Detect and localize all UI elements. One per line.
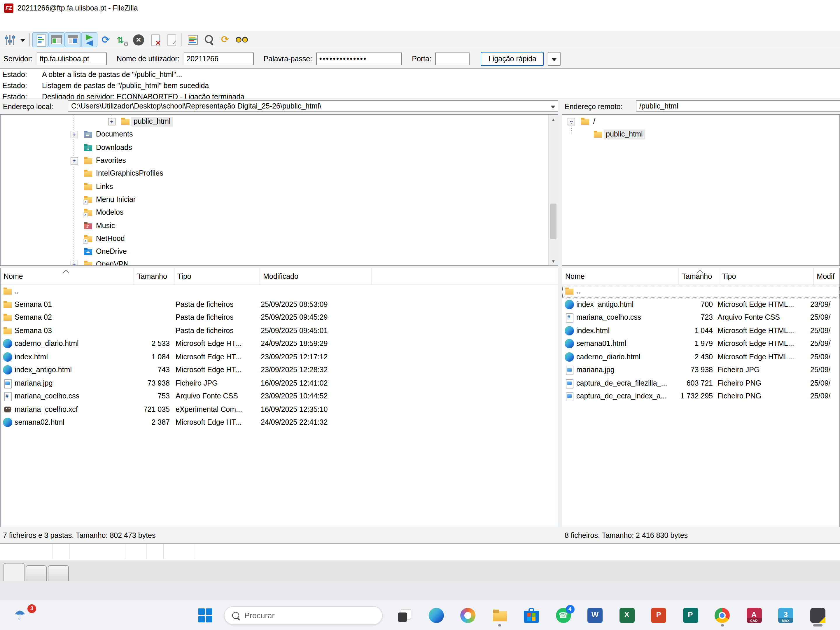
file-row[interactable]: .. bbox=[562, 285, 839, 298]
message-log[interactable]: Estado: A obter a lista de pastas de "/p… bbox=[0, 68, 840, 99]
taskbar-app-icon[interactable]: 3 MAX bbox=[778, 608, 793, 623]
column-header-nome[interactable]: Nome bbox=[1, 268, 134, 284]
remote-file-list[interactable]: Nome Tamanho Tipo Modif .. index_antigo.… bbox=[562, 268, 840, 527]
tree-item[interactable]: + OpenVPN bbox=[1, 258, 558, 266]
tree-item[interactable]: OneDrive bbox=[1, 245, 558, 258]
file-row[interactable]: mariana.jpg 73 938 Ficheiro JPG 16/09/20… bbox=[1, 377, 558, 390]
tree-item[interactable]: + Documents bbox=[1, 128, 558, 141]
start-button[interactable] bbox=[198, 608, 212, 622]
menu-item[interactable] bbox=[0, 16, 13, 31]
queue-tab[interactable] bbox=[3, 563, 25, 581]
scroll-up-icon[interactable]: ▲ bbox=[549, 115, 558, 124]
file-row[interactable]: captura_de_ecra_index_a... 1 732 295 Fic… bbox=[562, 390, 839, 403]
toolbar-button[interactable] bbox=[81, 32, 98, 47]
port-input[interactable] bbox=[436, 52, 470, 65]
taskbar-app-icon[interactable]: W bbox=[587, 608, 603, 623]
tree-expander[interactable]: + bbox=[70, 261, 78, 266]
queue-column-header[interactable] bbox=[164, 544, 194, 559]
tree-item[interactable]: + Favorites bbox=[1, 154, 558, 167]
menu-item[interactable] bbox=[13, 16, 26, 31]
taskbar-app-icon[interactable] bbox=[715, 608, 730, 623]
queue-column-header[interactable] bbox=[52, 544, 70, 559]
taskbar-search[interactable]: Procurar bbox=[224, 606, 383, 625]
column-header-tipo[interactable]: Tipo bbox=[719, 268, 814, 284]
local-file-list[interactable]: Nome Tamanho Tipo Modificado .. Semana 0… bbox=[0, 268, 558, 527]
tree-expander[interactable]: + bbox=[70, 131, 78, 138]
taskbar-app-icon[interactable]: P bbox=[651, 608, 666, 623]
vertical-splitter[interactable] bbox=[558, 114, 562, 543]
menu-item[interactable] bbox=[51, 16, 64, 31]
file-row[interactable]: mariana.jpg 73 938 Ficheiro JPG 25/09/ bbox=[562, 363, 839, 377]
remote-directory-tree[interactable]: − / public_html bbox=[562, 114, 840, 266]
column-header-tipo[interactable]: Tipo bbox=[174, 268, 260, 284]
file-row[interactable]: index.html 1 044 Microsoft Edge HTML... … bbox=[562, 324, 839, 337]
column-header-modif[interactable]: Modif bbox=[814, 268, 839, 284]
queue-tab[interactable] bbox=[48, 565, 69, 581]
column-header-modificado[interactable]: Modificado bbox=[260, 268, 372, 284]
password-input[interactable]: ●●●●●●●●●●●●●● bbox=[316, 52, 402, 65]
file-row[interactable]: Semana 03 Pasta de ficheiros 25/09/2025 … bbox=[1, 324, 558, 337]
file-row[interactable]: index.html 1 084 Microsoft Edge HT... 23… bbox=[1, 350, 558, 363]
local-address-dropdown-icon[interactable] bbox=[551, 106, 555, 109]
file-row[interactable]: caderno_diario.html 2 430 Microsoft Edge… bbox=[562, 350, 839, 363]
queue-tab[interactable] bbox=[26, 565, 47, 581]
server-input[interactable]: ftp.fa.ulisboa.pt bbox=[37, 52, 107, 65]
file-row[interactable]: captura_de_ecra_filezilla_... 603 721 Fi… bbox=[562, 377, 839, 390]
toolbar-button[interactable] bbox=[217, 32, 233, 47]
file-row[interactable]: mariana_coelho.css 753 Arquivo Fonte CSS… bbox=[1, 390, 558, 403]
file-row[interactable]: semana01.html 1 979 Microsoft Edge HTML.… bbox=[562, 337, 839, 350]
taskbar-app-icon[interactable] bbox=[428, 608, 444, 623]
queue-column-header[interactable] bbox=[70, 544, 125, 559]
toolbar-button[interactable] bbox=[184, 32, 201, 47]
toolbar-button[interactable] bbox=[48, 32, 65, 47]
file-row[interactable]: caderno_diario.html 2 533 Microsoft Edge… bbox=[1, 337, 558, 350]
file-row[interactable]: Semana 01 Pasta de ficheiros 25/09/2025 … bbox=[1, 298, 558, 311]
column-header-tamanho[interactable]: Tamanho bbox=[679, 268, 719, 284]
tree-item[interactable]: Downloads bbox=[1, 141, 558, 154]
toolbar-button[interactable] bbox=[147, 32, 163, 47]
menu-item[interactable] bbox=[38, 16, 51, 31]
column-header-nome[interactable]: Nome bbox=[562, 268, 679, 284]
task-view-button[interactable] bbox=[397, 608, 412, 623]
tree-item[interactable]: public_html bbox=[562, 128, 839, 141]
tree-item[interactable]: − / bbox=[562, 115, 839, 128]
quickconnect-button[interactable]: Ligação rápida bbox=[481, 52, 544, 66]
quickconnect-dropdown-button[interactable] bbox=[548, 52, 561, 66]
tree-expander[interactable]: + bbox=[70, 156, 78, 164]
toolbar-button[interactable] bbox=[130, 32, 147, 47]
tree-item[interactable]: Music bbox=[1, 219, 558, 232]
toolbar-button[interactable] bbox=[233, 32, 249, 47]
toolbar-button[interactable] bbox=[98, 32, 114, 47]
file-row[interactable]: mariana_coelho.css 723 Arquivo Fonte CSS… bbox=[562, 311, 839, 324]
local-directory-tree[interactable]: + public_html + Documents Downloads + Fa… bbox=[0, 114, 558, 266]
username-input[interactable]: 20211266 bbox=[183, 52, 253, 65]
remote-address-input[interactable]: /public_html bbox=[636, 100, 840, 112]
tree-item[interactable]: IntelGraphicsProfiles bbox=[1, 167, 558, 180]
file-row[interactable]: .. bbox=[1, 285, 558, 298]
menu-item[interactable] bbox=[26, 16, 38, 31]
taskbar-app-icon[interactable]: P bbox=[683, 608, 698, 623]
local-address-input[interactable]: C:\Users\Utilizador\Desktop\school\Repre… bbox=[68, 100, 558, 112]
file-row[interactable]: index_antigo.html 743 Microsoft Edge HT.… bbox=[1, 363, 558, 377]
tree-item[interactable]: Menu Iniciar bbox=[1, 193, 558, 206]
tree-scrollbar[interactable]: ▲ ▼ bbox=[548, 115, 558, 265]
file-row[interactable]: index_antigo.html 700 Microsoft Edge HTM… bbox=[562, 298, 839, 311]
tree-item[interactable]: + public_html bbox=[1, 115, 558, 128]
queue-column-header[interactable] bbox=[125, 544, 147, 559]
title-bar[interactable]: FZ 20211266@ftp.fa.ulisboa.pt - FileZill… bbox=[0, 0, 840, 16]
weather-widget[interactable]: ☂ 3 bbox=[14, 607, 34, 624]
transfer-queue[interactable] bbox=[0, 543, 840, 561]
toolbar-button[interactable] bbox=[163, 32, 179, 47]
taskbar-app-icon[interactable] bbox=[524, 608, 539, 623]
taskbar-app-icon[interactable] bbox=[492, 608, 507, 623]
toolbar-button[interactable] bbox=[1, 32, 17, 47]
taskbar-app-icon[interactable] bbox=[460, 608, 475, 623]
file-row[interactable]: Semana 02 Pasta de ficheiros 25/09/2025 … bbox=[1, 311, 558, 324]
scrollbar-thumb[interactable] bbox=[550, 204, 556, 239]
toolbar-button[interactable] bbox=[201, 32, 217, 47]
queue-column-header[interactable] bbox=[147, 544, 164, 559]
toolbar-button[interactable] bbox=[114, 32, 130, 47]
scroll-down-icon[interactable]: ▼ bbox=[549, 257, 558, 265]
menu-item[interactable] bbox=[77, 16, 90, 31]
taskbar-app-icon[interactable]: X bbox=[619, 608, 635, 623]
